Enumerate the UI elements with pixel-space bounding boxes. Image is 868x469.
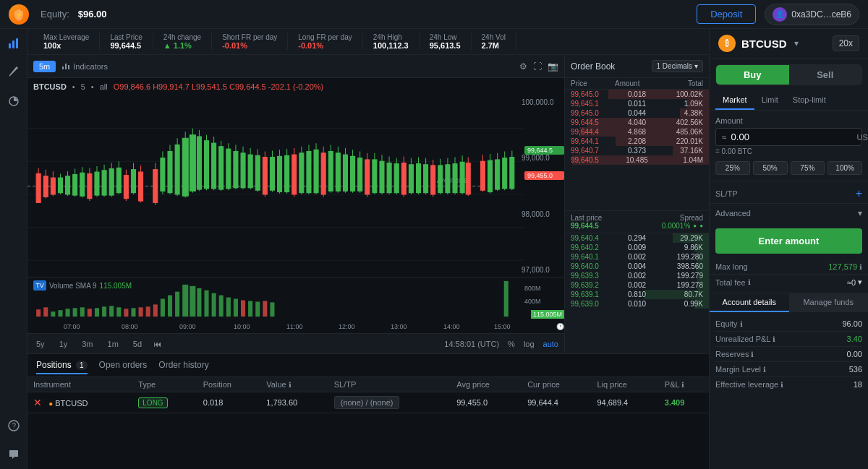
total-fee-info-icon[interactable]: ℹ bbox=[748, 278, 751, 286]
svg-rect-161 bbox=[175, 292, 179, 317]
topnav: ⚡ Equity: $96.00 Deposit 👤 0xa3DC…ceB6 bbox=[0, 0, 868, 29]
enter-amount-button[interactable]: Enter amount bbox=[715, 228, 862, 254]
svg-rect-164 bbox=[197, 288, 201, 317]
decimals-selector[interactable]: 1 Decimals ▾ bbox=[652, 60, 703, 72]
bid-row[interactable]: 99,640.0 0.004 398.560 bbox=[565, 262, 709, 271]
svg-rect-3 bbox=[16, 38, 18, 48]
svg-rect-148 bbox=[80, 307, 85, 317]
ask-row[interactable]: 99,640.7 0.373 37.16K bbox=[565, 146, 709, 155]
sltp-add-button[interactable]: + bbox=[856, 187, 862, 200]
ask-row[interactable]: 99,645.0 0.044 4.38K bbox=[565, 108, 709, 118]
orderbook-bids: 99,640.4 0.294 29.29K 99,640.2 0.009 9.8… bbox=[565, 233, 709, 354]
svg-rect-174 bbox=[270, 302, 274, 317]
sidebar-analytics-icon[interactable] bbox=[5, 92, 22, 110]
ask-row[interactable]: 99,644.5 4.040 402.56K bbox=[565, 118, 709, 127]
orderbook-header: Order Book 1 Decimals ▾ bbox=[565, 55, 709, 78]
pct-75-button[interactable]: 75% bbox=[791, 161, 825, 175]
max-long-info-icon[interactable]: ℹ bbox=[859, 263, 862, 271]
sell-tab[interactable]: Sell bbox=[789, 65, 862, 85]
bid-row[interactable]: 99,639.0 0.010 0.99K bbox=[565, 299, 709, 309]
camera-icon[interactable]: 📷 bbox=[548, 61, 558, 72]
leverage-selector[interactable]: 20x bbox=[833, 35, 859, 51]
ask-row[interactable]: 99,645.1 0.011 1.09K bbox=[565, 99, 709, 108]
log-mode-button[interactable]: log bbox=[524, 340, 535, 348]
sidebar-draw-icon[interactable] bbox=[5, 64, 22, 81]
position-sltp[interactable]: (none) / (none) bbox=[328, 392, 451, 413]
positions-table: Instrument Type Position Value ℹ SL/TP A… bbox=[27, 377, 709, 469]
bid-row[interactable]: 99,640.1 0.002 199.280 bbox=[565, 252, 709, 262]
orderbook-asks: 99,645.0 0.018 100.02K 99,645.1 0.011 1.… bbox=[565, 90, 709, 210]
bid-row[interactable]: 99,639.1 0.810 80.7K bbox=[565, 290, 709, 299]
equity-info-icon[interactable]: ℹ bbox=[740, 320, 743, 328]
sidebar-chat-icon[interactable] bbox=[5, 446, 22, 463]
position-cur-price: 99,644.4 bbox=[522, 392, 591, 413]
tab-positions[interactable]: Positions 1 bbox=[36, 357, 88, 374]
bid-row[interactable]: 99,639.3 0.002 199.279 bbox=[565, 271, 709, 280]
stat-short-fr: Short FR per day -0.01% bbox=[212, 33, 288, 50]
percent-mode-button[interactable]: % bbox=[508, 340, 515, 348]
svg-rect-153 bbox=[116, 307, 121, 317]
sltp-label: SL/TP bbox=[715, 189, 738, 198]
svg-rect-169 bbox=[234, 299, 238, 317]
ask-row[interactable]: 99,645.0 0.018 100.02K bbox=[565, 90, 709, 99]
reserves-info-icon[interactable]: ℹ bbox=[751, 350, 754, 358]
settings-icon[interactable]: ⚙ bbox=[519, 61, 527, 72]
tab-open-orders[interactable]: Open orders bbox=[99, 357, 148, 374]
timerange-5d[interactable]: 5d bbox=[130, 338, 145, 350]
svg-rect-147 bbox=[73, 308, 77, 317]
bid-row[interactable]: 99,640.2 0.009 9.86K bbox=[565, 243, 709, 252]
tab-market[interactable]: Market bbox=[715, 91, 754, 110]
replay-icon[interactable]: ⏮ bbox=[153, 340, 161, 348]
timeframe-5m[interactable]: 5m bbox=[33, 61, 56, 72]
bid-price-tag: 99,455.0 bbox=[524, 171, 564, 180]
ask-row[interactable]: 99,644.1 2.208 220.01K bbox=[565, 137, 709, 146]
max-long-label: Max long bbox=[715, 262, 748, 271]
chart-icons: ⚙ ⛶ 📷 bbox=[519, 61, 558, 72]
reserves-value: 0.00 bbox=[847, 350, 862, 358]
tab-stop-limit[interactable]: Stop-limit bbox=[786, 91, 833, 110]
expand-icon[interactable]: ⛶ bbox=[533, 61, 542, 72]
bid-row[interactable]: 99,640.4 0.294 29.29K bbox=[565, 233, 709, 243]
pct-50-button[interactable]: 50% bbox=[753, 161, 788, 175]
timerange-5y[interactable]: 5y bbox=[33, 338, 48, 350]
close-position-button[interactable]: ✕ bbox=[33, 397, 42, 408]
sidebar-help-icon[interactable]: ? bbox=[5, 417, 22, 434]
col-instrument: Instrument bbox=[27, 377, 132, 392]
amount-input[interactable] bbox=[731, 132, 853, 142]
ask-row[interactable]: 99,640.5 10.485 1.04M bbox=[565, 155, 709, 165]
value-info-icon[interactable]: ℹ bbox=[289, 381, 292, 389]
timerange-1m[interactable]: 1m bbox=[105, 338, 122, 350]
pct-100-button[interactable]: 100% bbox=[827, 161, 862, 175]
currency-selector[interactable]: USDT ⇄ bbox=[857, 132, 868, 142]
ask-row[interactable]: 99,644.4 4.868 485.06K bbox=[565, 127, 709, 137]
svg-rect-142 bbox=[36, 309, 41, 317]
bid-row[interactable]: 99,639.2 0.002 199.278 bbox=[565, 280, 709, 290]
pct-25-button[interactable]: 25% bbox=[715, 161, 750, 175]
tab-order-history[interactable]: Order history bbox=[158, 357, 208, 374]
sidebar-chart-icon[interactable] bbox=[5, 35, 22, 52]
buy-tab[interactable]: Buy bbox=[716, 65, 789, 85]
pnl-info-icon[interactable]: ℹ bbox=[681, 381, 684, 389]
timerange-3m[interactable]: 3m bbox=[79, 338, 95, 350]
amount-input-wrapper[interactable]: ≈ USDT ⇄ bbox=[715, 128, 862, 146]
timerange-1y[interactable]: 1y bbox=[56, 338, 71, 350]
auto-mode-button[interactable]: auto bbox=[543, 340, 558, 348]
tab-account-details[interactable]: Account details bbox=[710, 293, 789, 312]
chart-canvas[interactable]: AVG PRICE bbox=[27, 95, 564, 277]
indicators-button[interactable]: Indicators bbox=[61, 62, 108, 71]
advanced-row[interactable]: Advanced ▾ bbox=[710, 203, 868, 223]
upnl-info-icon[interactable]: ℹ bbox=[773, 335, 775, 343]
svg-rect-144 bbox=[51, 311, 55, 317]
tab-manage-funds[interactable]: Manage funds bbox=[789, 293, 869, 312]
pair-chevron-icon[interactable]: ▾ bbox=[794, 38, 799, 48]
pair-name[interactable]: BTCUSD bbox=[741, 38, 787, 50]
margin-info-icon[interactable]: ℹ bbox=[763, 366, 766, 374]
position-value: 1,793.60 bbox=[260, 392, 328, 413]
tab-limit[interactable]: Limit bbox=[754, 91, 786, 110]
bottom-section: Positions 1 Open orders Order history In… bbox=[27, 353, 709, 469]
user-badge[interactable]: 👤 0xa3DC…ceB6 bbox=[765, 4, 859, 25]
deposit-button[interactable]: Deposit bbox=[697, 4, 756, 24]
svg-rect-145 bbox=[58, 310, 62, 317]
effective-leverage-info-icon[interactable]: ℹ bbox=[780, 381, 783, 389]
user-address: 0xa3DC…ceB6 bbox=[791, 9, 851, 20]
